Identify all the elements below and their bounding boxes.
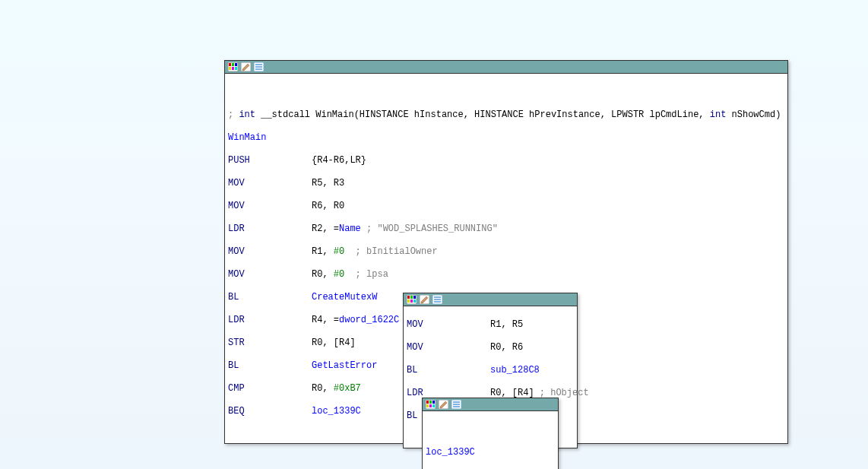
edit-icon xyxy=(439,400,448,409)
svg-rect-29 xyxy=(429,404,432,407)
edit-icon xyxy=(420,295,429,304)
svg-rect-28 xyxy=(426,404,429,407)
svg-rect-2 xyxy=(232,63,234,66)
svg-rect-30 xyxy=(432,404,435,407)
svg-rect-27 xyxy=(432,401,435,404)
block-titlebar xyxy=(404,293,577,306)
list-icon xyxy=(432,295,442,304)
svg-rect-4 xyxy=(229,67,231,70)
palette-icon xyxy=(228,62,238,71)
svg-rect-16 xyxy=(407,299,410,303)
svg-rect-13 xyxy=(407,296,410,299)
block-code: loc_1339C MOVR0, #0 POP{R4-R6,PC} xyxy=(423,411,558,469)
svg-rect-17 xyxy=(410,299,413,303)
palette-icon xyxy=(407,295,417,304)
list-icon xyxy=(451,400,461,409)
svg-rect-1 xyxy=(229,63,231,66)
svg-rect-18 xyxy=(413,299,416,303)
svg-rect-14 xyxy=(410,296,413,299)
svg-rect-15 xyxy=(413,296,416,299)
svg-rect-6 xyxy=(235,67,237,70)
block-titlebar xyxy=(225,61,787,74)
palette-icon xyxy=(426,400,436,409)
edit-icon xyxy=(241,62,251,71)
svg-rect-3 xyxy=(235,63,237,66)
cfg-block-loc-1339c[interactable]: loc_1339C MOVR0, #0 POP{R4-R6,PC} xyxy=(422,398,559,469)
svg-rect-5 xyxy=(232,67,234,70)
svg-rect-25 xyxy=(426,401,429,404)
list-icon xyxy=(254,62,264,71)
block-titlebar xyxy=(423,398,558,411)
svg-rect-26 xyxy=(429,401,432,404)
